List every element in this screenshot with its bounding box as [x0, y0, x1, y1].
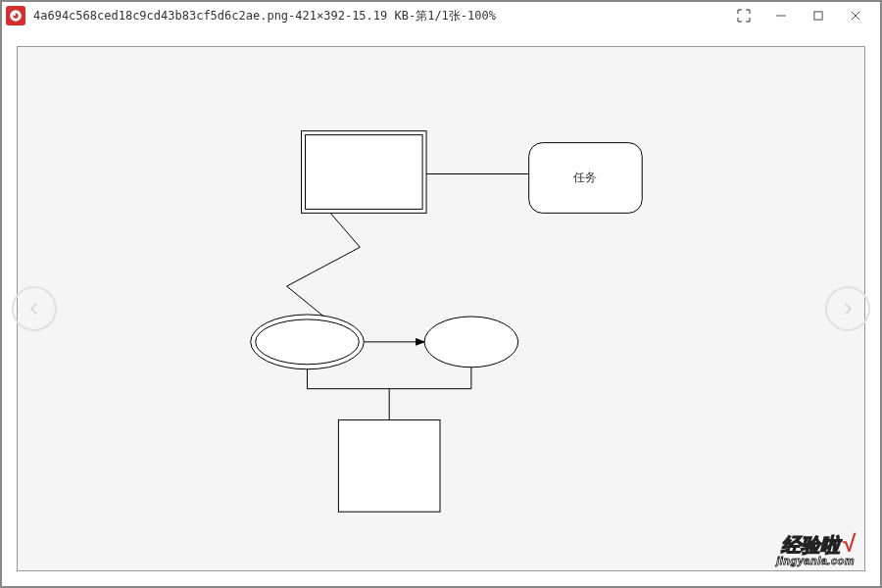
- shape-square: [338, 420, 440, 513]
- fullscreen-button[interactable]: [725, 3, 762, 28]
- shape-task-box: 任务: [529, 143, 643, 214]
- close-icon: [849, 9, 862, 23]
- title-sep: -: [288, 9, 295, 23]
- maximize-button[interactable]: [800, 3, 837, 28]
- title-page-indicator: 第1/1张: [416, 8, 461, 24]
- shape-ellipse-1: [251, 315, 365, 369]
- shape-ellipse-2: [424, 317, 518, 368]
- title-dimensions: 421×392: [295, 9, 345, 23]
- title-sep: -: [409, 9, 416, 23]
- maximize-icon: [811, 9, 825, 23]
- shape-double-rect: [302, 131, 427, 214]
- svg-point-2: [13, 13, 16, 16]
- svg-point-11: [251, 315, 365, 369]
- title-sep: -: [461, 9, 467, 23]
- app-icon: [6, 6, 25, 25]
- connector-ellipses-join: [308, 368, 471, 389]
- window-titlebar: 4a694c568ced18c9cd43b83cf5d6c2ae.png - 4…: [2, 2, 880, 29]
- flowchart-diagram: 任务: [18, 47, 864, 570]
- task-label: 任务: [572, 171, 597, 184]
- fullscreen-icon: [736, 8, 752, 24]
- connector-zigzag: [287, 211, 361, 320]
- svg-rect-8: [302, 131, 427, 214]
- svg-rect-4: [814, 12, 822, 20]
- watermark-check-icon: √: [842, 530, 855, 557]
- title-filesize: 15.19 KB: [352, 9, 409, 23]
- close-button[interactable]: [837, 3, 874, 28]
- watermark: 经验啦√ jingyanla.com: [776, 532, 855, 566]
- watermark-text: 经验啦: [781, 535, 840, 555]
- minimize-button[interactable]: [762, 3, 800, 28]
- image-canvas: 任务 经验啦√ jingyanla.com: [17, 46, 865, 571]
- title-zoom: 100%: [467, 9, 496, 23]
- minimize-icon: [774, 9, 788, 23]
- watermark-url: jingyanla.com: [776, 556, 855, 566]
- title-filename: 4a694c568ced18c9cd43b83cf5d6c2ae.png: [33, 9, 288, 23]
- title-sep: -: [345, 9, 352, 23]
